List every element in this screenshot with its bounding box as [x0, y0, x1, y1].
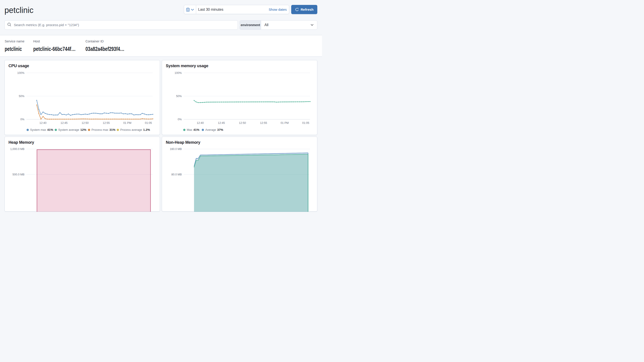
- svg-text:12:40: 12:40: [40, 122, 46, 124]
- svg-text:50%: 50%: [176, 95, 182, 98]
- svg-text:01:05: 01:05: [145, 122, 152, 124]
- svg-text:50%: 50%: [19, 95, 24, 98]
- svg-text:500.0 MB: 500.0 MB: [12, 173, 24, 176]
- svg-text:80.0 MB: 80.0 MB: [172, 173, 182, 176]
- svg-text:12:45: 12:45: [218, 122, 225, 124]
- svg-text:0%: 0%: [178, 118, 182, 121]
- svg-text:01:05: 01:05: [302, 122, 309, 124]
- svg-text:100%: 100%: [17, 72, 24, 74]
- svg-text:1,000.0 MB: 1,000.0 MB: [10, 148, 24, 151]
- svg-text:12:50: 12:50: [239, 122, 246, 124]
- svg-text:01 PM: 01 PM: [123, 122, 131, 124]
- svg-text:0%: 0%: [20, 118, 24, 121]
- svg-text:01 PM: 01 PM: [280, 122, 288, 124]
- svg-text:12:50: 12:50: [82, 122, 88, 124]
- svg-text:12:40: 12:40: [197, 122, 204, 124]
- svg-text:12:55: 12:55: [103, 122, 110, 124]
- svg-text:100%: 100%: [174, 72, 182, 74]
- svg-text:12:55: 12:55: [260, 122, 267, 124]
- svg-text:12:45: 12:45: [60, 122, 68, 124]
- svg-text:160.0 MB: 160.0 MB: [170, 148, 182, 151]
